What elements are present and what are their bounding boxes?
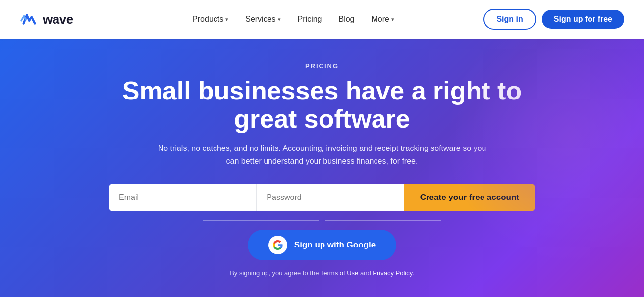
services-chevron-icon: ▾ [278, 16, 281, 23]
google-signup-button[interactable]: Sign up with Google [248, 230, 396, 260]
email-input[interactable] [109, 184, 257, 211]
password-input[interactable] [257, 184, 404, 211]
nav-more[interactable]: More ▾ [365, 11, 401, 28]
create-account-button[interactable]: Create your free account [404, 184, 535, 211]
hero-section: PRICING Small businesses have a right to… [0, 39, 644, 297]
divider-line-right [325, 220, 441, 221]
divider [203, 220, 441, 221]
nav-pricing[interactable]: Pricing [291, 11, 329, 28]
more-chevron-icon: ▾ [391, 16, 394, 23]
hero-title: Small businesses have a right to great s… [99, 77, 545, 133]
terms-link[interactable]: Terms of Use [321, 269, 359, 277]
nav-blog[interactable]: Blog [331, 11, 361, 28]
google-signup-label: Sign up with Google [294, 240, 376, 250]
logo[interactable]: wave [20, 10, 73, 28]
main-nav: Products ▾ Services ▾ Pricing Blog More … [103, 11, 484, 28]
signin-button[interactable]: Sign in [483, 9, 536, 30]
nav-products[interactable]: Products ▾ [185, 11, 235, 28]
header: wave Products ▾ Services ▾ Pricing Blog … [0, 0, 644, 39]
signup-button[interactable]: Sign up for free [542, 10, 624, 29]
hero-badge: PRICING [20, 62, 624, 70]
products-chevron-icon: ▾ [225, 16, 228, 23]
divider-line-left [203, 220, 319, 221]
signup-form: Create your free account [109, 184, 535, 211]
nav-services[interactable]: Services ▾ [238, 11, 287, 28]
hero-legal-text: By signing up, you agree to the Terms of… [20, 269, 624, 277]
header-actions: Sign in Sign up for free [483, 9, 624, 30]
hero-subtitle: No trials, no catches, and no limits. Ac… [154, 142, 490, 167]
privacy-link[interactable]: Privacy Policy [373, 269, 412, 277]
logo-text: wave [43, 12, 73, 27]
google-icon [268, 236, 287, 254]
